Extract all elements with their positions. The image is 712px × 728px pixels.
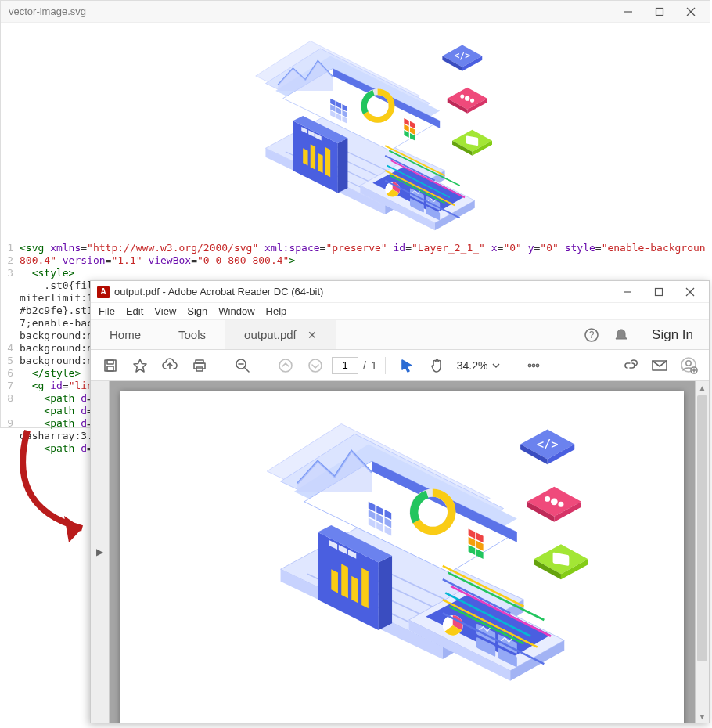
line-gutter: 123 45678 9	[1, 242, 20, 455]
side-panel-toggle[interactable]: ▶	[91, 381, 110, 723]
selection-tool-icon[interactable]	[394, 352, 420, 379]
svg-point-99	[686, 360, 691, 365]
menu-view[interactable]: View	[154, 305, 176, 317]
tabbar: Home Tools output.pdf ✕ ? Sign In	[91, 320, 709, 350]
svg-rect-86	[194, 363, 205, 369]
page-down-icon[interactable]	[302, 352, 329, 379]
scroll-up-icon[interactable]: ▲	[696, 381, 709, 394]
svg-point-91	[279, 359, 292, 372]
page-current-input[interactable]	[332, 357, 358, 374]
menu-file[interactable]: File	[99, 305, 115, 317]
menubar: File Edit View Sign Window Help	[91, 303, 709, 320]
tab-document[interactable]: output.pdf ✕	[225, 320, 336, 349]
acrobat-app-icon: A	[97, 286, 110, 298]
svg-preview-canvas	[1, 23, 710, 239]
zoom-select[interactable]: 34.2%	[453, 357, 505, 374]
toolbar: / 1 34.2%	[91, 350, 709, 381]
star-icon[interactable]	[127, 352, 153, 379]
svg-rect-71	[656, 8, 663, 15]
zoom-out-icon[interactable]	[229, 352, 256, 379]
svg-line-89	[245, 368, 249, 372]
titlebar: A output.pdf - Adobe Acrobat Reader DC (…	[91, 281, 709, 303]
tab-tools[interactable]: Tools	[160, 320, 225, 349]
svg-rect-76	[656, 288, 663, 295]
minimize-icon[interactable]	[613, 1, 644, 23]
tab-close-icon[interactable]: ✕	[307, 329, 317, 341]
scroll-down-icon[interactable]: ▼	[696, 710, 709, 723]
menu-help[interactable]: Help	[266, 305, 287, 317]
close-icon[interactable]	[675, 1, 707, 23]
page-up-icon[interactable]	[272, 352, 299, 379]
save-icon[interactable]	[97, 352, 124, 379]
svg-rect-83	[107, 366, 113, 371]
close-icon[interactable]	[674, 281, 706, 303]
maximize-icon[interactable]	[643, 281, 674, 303]
tab-label: Home	[110, 328, 141, 341]
account-icon[interactable]	[676, 352, 703, 379]
svg-rect-81	[105, 360, 116, 371]
titlebar: vector-image.svg	[1, 1, 710, 23]
svg-point-92	[309, 359, 322, 372]
window-title: output.pdf - Adobe Acrobat Reader DC (64…	[114, 286, 612, 297]
page-indicator: / 1	[332, 357, 377, 374]
menu-sign[interactable]: Sign	[187, 305, 207, 317]
help-icon[interactable]: ?	[577, 327, 606, 343]
zoom-value: 34.2%	[457, 359, 488, 372]
print-icon[interactable]	[186, 352, 213, 379]
share-link-icon[interactable]	[617, 352, 643, 379]
tab-home[interactable]: Home	[91, 320, 160, 349]
more-tools-icon[interactable]	[520, 352, 547, 379]
sign-in-button[interactable]: Sign In	[636, 327, 709, 343]
page-total: 1	[371, 359, 377, 372]
chevron-right-icon: ▶	[96, 546, 103, 557]
tab-label: Tools	[178, 328, 206, 341]
menu-edit[interactable]: Edit	[126, 305, 143, 317]
cloud-upload-icon[interactable]	[156, 352, 183, 379]
svg-marker-93	[402, 360, 412, 372]
notifications-icon[interactable]	[606, 327, 636, 343]
svg-marker-84	[134, 359, 146, 372]
document-view: ▶ ▲ ▼	[91, 381, 709, 723]
svg-marker-74	[64, 516, 82, 542]
minimize-icon[interactable]	[612, 281, 643, 303]
svg-point-96	[537, 364, 539, 366]
vertical-scrollbar[interactable]: ▲ ▼	[695, 381, 709, 723]
chevron-down-icon	[492, 362, 500, 369]
tab-label: output.pdf	[244, 328, 297, 341]
svg-illustration	[191, 21, 520, 240]
page-area[interactable]	[110, 381, 695, 723]
page-sep: /	[363, 359, 366, 372]
svg-point-94	[529, 364, 531, 366]
svg-point-95	[533, 364, 535, 366]
scroll-thumb[interactable]	[697, 395, 707, 661]
maximize-icon[interactable]	[644, 1, 675, 23]
hand-tool-icon[interactable]	[423, 352, 450, 379]
pdf-page	[120, 391, 684, 723]
svg-rect-82	[107, 360, 113, 364]
pdf-illustration	[195, 397, 610, 694]
svg-text:?: ?	[589, 330, 595, 341]
menu-window[interactable]: Window	[218, 305, 254, 317]
acrobat-window: A output.pdf - Adobe Acrobat Reader DC (…	[90, 280, 710, 723]
window-title: vector-image.svg	[9, 5, 613, 17]
email-icon[interactable]	[646, 352, 673, 379]
